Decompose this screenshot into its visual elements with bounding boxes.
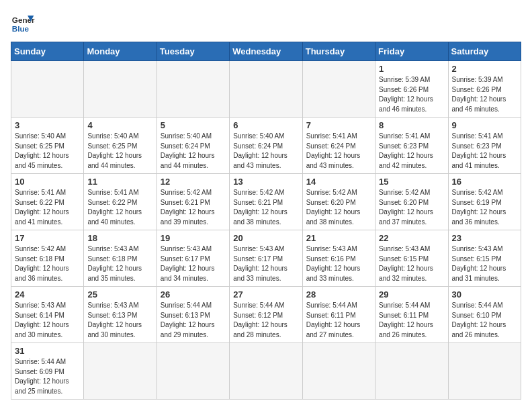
day-number: 11 <box>87 177 152 187</box>
day-info: Sunrise: 5:43 AM Sunset: 6:17 PM Dayligh… <box>161 244 226 283</box>
calendar-week-2: 3Sunrise: 5:40 AM Sunset: 6:25 PM Daylig… <box>11 118 521 174</box>
calendar-cell: 31Sunrise: 5:44 AM Sunset: 6:09 PM Dayli… <box>11 343 84 400</box>
calendar-cell: 27Sunrise: 5:44 AM Sunset: 6:12 PM Dayli… <box>230 287 302 343</box>
calendar-cell: 12Sunrise: 5:42 AM Sunset: 6:21 PM Dayli… <box>157 174 229 230</box>
calendar-cell <box>11 61 84 118</box>
day-info: Sunrise: 5:40 AM Sunset: 6:25 PM Dayligh… <box>87 132 152 171</box>
day-number: 20 <box>233 233 298 243</box>
day-info: Sunrise: 5:44 AM Sunset: 6:11 PM Dayligh… <box>306 301 371 340</box>
calendar-cell: 24Sunrise: 5:43 AM Sunset: 6:14 PM Dayli… <box>11 287 84 343</box>
calendar-cell: 8Sunrise: 5:41 AM Sunset: 6:23 PM Daylig… <box>375 118 448 174</box>
calendar-cell: 20Sunrise: 5:43 AM Sunset: 6:17 PM Dayli… <box>230 230 302 287</box>
day-number: 3 <box>15 120 80 130</box>
svg-text:Blue: Blue <box>12 24 30 33</box>
day-number: 31 <box>15 346 80 356</box>
day-info: Sunrise: 5:44 AM Sunset: 6:09 PM Dayligh… <box>15 357 80 396</box>
day-number: 26 <box>161 289 226 300</box>
day-info: Sunrise: 5:44 AM Sunset: 6:13 PM Dayligh… <box>161 301 226 340</box>
day-info: Sunrise: 5:40 AM Sunset: 6:25 PM Dayligh… <box>15 132 80 171</box>
day-number: 24 <box>15 289 80 300</box>
logo: General Blue <box>11 11 35 35</box>
day-number: 8 <box>379 120 444 130</box>
day-info: Sunrise: 5:42 AM Sunset: 6:21 PM Dayligh… <box>233 188 298 227</box>
calendar-cell: 18Sunrise: 5:43 AM Sunset: 6:18 PM Dayli… <box>84 230 157 287</box>
calendar-week-5: 24Sunrise: 5:43 AM Sunset: 6:14 PM Dayli… <box>11 287 521 343</box>
calendar-cell: 9Sunrise: 5:41 AM Sunset: 6:23 PM Daylig… <box>448 118 521 174</box>
day-number: 19 <box>161 233 226 243</box>
header-tuesday: Tuesday <box>157 42 229 61</box>
calendar-week-3: 10Sunrise: 5:41 AM Sunset: 6:22 PM Dayli… <box>11 174 521 230</box>
header-thursday: Thursday <box>302 42 375 61</box>
generalblue-logo-icon: General Blue <box>11 11 35 35</box>
day-info: Sunrise: 5:41 AM Sunset: 6:23 PM Dayligh… <box>379 132 444 171</box>
day-number: 12 <box>161 177 226 187</box>
header: General Blue <box>11 11 521 35</box>
calendar-cell <box>302 343 375 400</box>
day-number: 18 <box>87 233 152 243</box>
calendar-cell: 3Sunrise: 5:40 AM Sunset: 6:25 PM Daylig… <box>11 118 84 174</box>
calendar-cell <box>230 61 302 118</box>
day-info: Sunrise: 5:43 AM Sunset: 6:15 PM Dayligh… <box>452 244 517 283</box>
header-wednesday: Wednesday <box>230 42 302 61</box>
calendar-cell <box>302 61 375 118</box>
day-info: Sunrise: 5:43 AM Sunset: 6:13 PM Dayligh… <box>87 301 152 340</box>
day-number: 6 <box>233 120 298 130</box>
day-info: Sunrise: 5:41 AM Sunset: 6:22 PM Dayligh… <box>87 188 152 227</box>
day-info: Sunrise: 5:42 AM Sunset: 6:20 PM Dayligh… <box>306 188 371 227</box>
calendar-cell: 30Sunrise: 5:44 AM Sunset: 6:10 PM Dayli… <box>448 287 521 343</box>
calendar-cell: 19Sunrise: 5:43 AM Sunset: 6:17 PM Dayli… <box>157 230 229 287</box>
day-info: Sunrise: 5:43 AM Sunset: 6:16 PM Dayligh… <box>306 244 371 283</box>
calendar-week-4: 17Sunrise: 5:42 AM Sunset: 6:18 PM Dayli… <box>11 230 521 287</box>
calendar-cell: 4Sunrise: 5:40 AM Sunset: 6:25 PM Daylig… <box>84 118 157 174</box>
calendar-week-6: 31Sunrise: 5:44 AM Sunset: 6:09 PM Dayli… <box>11 343 521 400</box>
calendar-cell: 25Sunrise: 5:43 AM Sunset: 6:13 PM Dayli… <box>84 287 157 343</box>
day-number: 25 <box>87 289 152 300</box>
calendar-cell <box>230 343 302 400</box>
calendar-cell <box>84 61 157 118</box>
calendar-header-row: SundayMondayTuesdayWednesdayThursdayFrid… <box>11 42 521 61</box>
day-info: Sunrise: 5:44 AM Sunset: 6:11 PM Dayligh… <box>379 301 444 340</box>
calendar-cell <box>157 61 229 118</box>
day-number: 1 <box>379 64 444 74</box>
calendar-cell: 15Sunrise: 5:42 AM Sunset: 6:20 PM Dayli… <box>375 174 448 230</box>
day-info: Sunrise: 5:42 AM Sunset: 6:19 PM Dayligh… <box>452 188 517 227</box>
calendar-cell: 5Sunrise: 5:40 AM Sunset: 6:24 PM Daylig… <box>157 118 229 174</box>
day-number: 9 <box>452 120 517 130</box>
day-number: 2 <box>452 64 517 74</box>
day-info: Sunrise: 5:40 AM Sunset: 6:24 PM Dayligh… <box>161 132 226 171</box>
day-number: 4 <box>87 120 152 130</box>
day-number: 13 <box>233 177 298 187</box>
day-info: Sunrise: 5:39 AM Sunset: 6:26 PM Dayligh… <box>379 75 444 114</box>
calendar-cell <box>375 343 448 400</box>
day-number: 21 <box>306 233 371 243</box>
day-number: 23 <box>452 233 517 243</box>
calendar-week-1: 1Sunrise: 5:39 AM Sunset: 6:26 PM Daylig… <box>11 61 521 118</box>
day-number: 15 <box>379 177 444 187</box>
calendar-table: SundayMondayTuesdayWednesdayThursdayFrid… <box>11 42 521 400</box>
calendar-cell: 21Sunrise: 5:43 AM Sunset: 6:16 PM Dayli… <box>302 230 375 287</box>
day-info: Sunrise: 5:40 AM Sunset: 6:24 PM Dayligh… <box>233 132 298 171</box>
day-number: 28 <box>306 289 371 300</box>
day-info: Sunrise: 5:41 AM Sunset: 6:24 PM Dayligh… <box>306 132 371 171</box>
day-number: 27 <box>233 289 298 300</box>
calendar-cell: 29Sunrise: 5:44 AM Sunset: 6:11 PM Dayli… <box>375 287 448 343</box>
calendar-cell: 26Sunrise: 5:44 AM Sunset: 6:13 PM Dayli… <box>157 287 229 343</box>
day-number: 14 <box>306 177 371 187</box>
day-info: Sunrise: 5:42 AM Sunset: 6:21 PM Dayligh… <box>161 188 226 227</box>
calendar-cell: 16Sunrise: 5:42 AM Sunset: 6:19 PM Dayli… <box>448 174 521 230</box>
day-number: 17 <box>15 233 80 243</box>
day-info: Sunrise: 5:41 AM Sunset: 6:23 PM Dayligh… <box>452 132 517 171</box>
day-info: Sunrise: 5:41 AM Sunset: 6:22 PM Dayligh… <box>15 188 80 227</box>
header-friday: Friday <box>375 42 448 61</box>
day-info: Sunrise: 5:42 AM Sunset: 6:20 PM Dayligh… <box>379 188 444 227</box>
day-info: Sunrise: 5:42 AM Sunset: 6:18 PM Dayligh… <box>15 244 80 283</box>
calendar-cell: 28Sunrise: 5:44 AM Sunset: 6:11 PM Dayli… <box>302 287 375 343</box>
day-info: Sunrise: 5:43 AM Sunset: 6:17 PM Dayligh… <box>233 244 298 283</box>
calendar-cell: 23Sunrise: 5:43 AM Sunset: 6:15 PM Dayli… <box>448 230 521 287</box>
calendar-cell: 1Sunrise: 5:39 AM Sunset: 6:26 PM Daylig… <box>375 61 448 118</box>
calendar-cell: 7Sunrise: 5:41 AM Sunset: 6:24 PM Daylig… <box>302 118 375 174</box>
day-info: Sunrise: 5:44 AM Sunset: 6:10 PM Dayligh… <box>452 301 517 340</box>
calendar-cell: 11Sunrise: 5:41 AM Sunset: 6:22 PM Dayli… <box>84 174 157 230</box>
calendar-cell: 14Sunrise: 5:42 AM Sunset: 6:20 PM Dayli… <box>302 174 375 230</box>
calendar-cell <box>157 343 229 400</box>
